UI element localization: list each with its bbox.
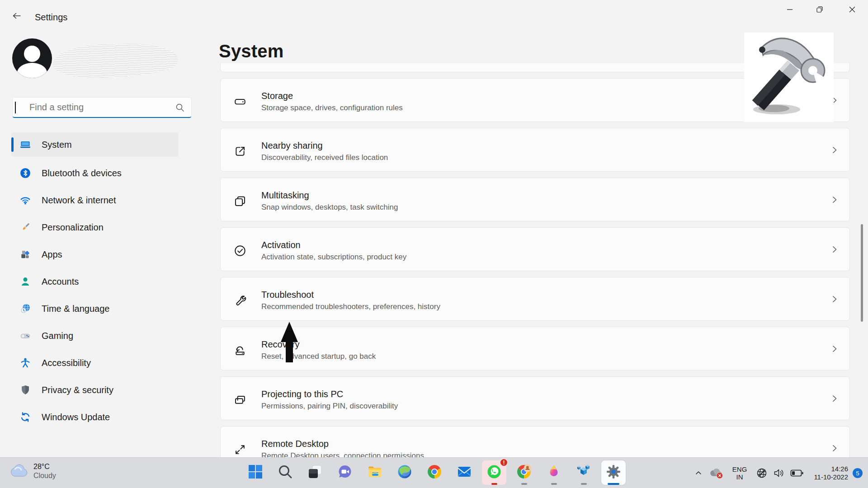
- taskbar-file-explorer-button[interactable]: [363, 460, 387, 485]
- card-title: Activation: [261, 240, 301, 250]
- taskbar-chrome-button[interactable]: [422, 460, 447, 485]
- sidebar-item-label: Accessibility: [42, 358, 91, 368]
- battery-icon[interactable]: [788, 469, 807, 478]
- region-code: IN: [732, 473, 747, 481]
- file-explorer-icon: [367, 464, 383, 482]
- back-arrow-icon: [11, 10, 22, 23]
- sidebar-item-bluetooth-devices[interactable]: Bluetooth & devices: [11, 161, 179, 185]
- close-button[interactable]: [839, 0, 865, 21]
- back-button[interactable]: [9, 9, 24, 24]
- card-multitasking[interactable]: MultitaskingSnap windows, desktops, task…: [220, 178, 850, 221]
- avatar-shoulders-shape: [17, 63, 47, 78]
- gamepad-icon: [19, 330, 31, 342]
- chrome-icon: [426, 464, 443, 482]
- chevron-right-icon: [830, 295, 839, 303]
- taskbar: 28°C Cloudy ! ENG IN 14:26 11-10-2022 5: [0, 457, 868, 488]
- sidebar-item-personalization[interactable]: Personalization: [11, 215, 179, 239]
- search-box[interactable]: [12, 97, 192, 118]
- taskbar-start-button[interactable]: [243, 460, 268, 485]
- person-icon: [19, 276, 31, 287]
- sidebar-item-privacy-security[interactable]: Privacy & security: [11, 378, 179, 402]
- globe-no-internet-icon[interactable]: [753, 467, 770, 479]
- card-title: Troubleshoot: [261, 290, 314, 300]
- notification-count-badge[interactable]: 5: [853, 468, 863, 478]
- paint-3d-running-indicator: [551, 483, 557, 485]
- taskbar-settings-button[interactable]: [601, 460, 626, 485]
- card-subtitle: Snap windows, desktops, task switching: [261, 203, 398, 212]
- chat-icon: [337, 464, 353, 482]
- taskbar-chat-button[interactable]: [333, 460, 357, 485]
- taskbar-search-button[interactable]: [273, 460, 297, 485]
- tray-time: 14:26: [814, 465, 848, 473]
- weather-widget[interactable]: 28°C Cloudy: [9, 462, 56, 480]
- chevron-right-icon: [830, 245, 839, 253]
- selected-accent-bar: [11, 137, 14, 152]
- weather-condition: Cloudy: [33, 471, 56, 480]
- sidebar-item-accessibility[interactable]: Accessibility: [11, 351, 179, 375]
- sidebar-item-accounts[interactable]: Accounts: [11, 269, 179, 294]
- taskbar-paint-3d-button[interactable]: [542, 460, 566, 485]
- whatsapp-running-indicator: [491, 483, 497, 485]
- search-input[interactable]: [29, 98, 179, 117]
- nearby-sharing-icon: [234, 145, 246, 158]
- sidebar-item-system[interactable]: System: [11, 132, 179, 157]
- card-projecting-to-this-pc[interactable]: Projecting to this PCPermissions, pairin…: [220, 376, 850, 420]
- shield-icon: [19, 384, 31, 396]
- sidebar-item-apps[interactable]: Apps: [11, 242, 179, 267]
- sidebar-item-gaming[interactable]: Gaming: [11, 324, 179, 348]
- page-title: System: [219, 41, 284, 61]
- taskbar-chrome-profile-button[interactable]: [512, 460, 536, 485]
- taskbar-task-view-button[interactable]: [303, 460, 327, 485]
- sidebar-item-windows-update[interactable]: Windows Update: [11, 405, 179, 429]
- card-recovery[interactable]: RecoveryReset, advanced startup, go back: [220, 327, 850, 371]
- sidebar-item-label: Gaming: [42, 331, 73, 341]
- speaker-icon[interactable]: [770, 467, 788, 479]
- card-subtitle: Activation state, subscriptions, product…: [261, 253, 406, 262]
- scrollbar-thumb[interactable]: [861, 224, 863, 322]
- card-title: Multitasking: [261, 190, 309, 201]
- card-troubleshoot[interactable]: TroubleshootRecommended troubleshooters,…: [220, 277, 850, 321]
- chevron-right-icon: [830, 394, 839, 403]
- redacted-username-scribble: [52, 42, 178, 80]
- chrome-profile-icon: [516, 464, 532, 482]
- apps-icon: [19, 249, 31, 260]
- taskbar-mail-button[interactable]: [452, 460, 476, 485]
- sidebar-item-label: Time & language: [42, 304, 109, 314]
- card-title: Projecting to this PC: [261, 389, 343, 399]
- close-icon: [849, 6, 856, 15]
- sidebar-item-label: Apps: [42, 249, 62, 260]
- troubleshoot-icon: [234, 294, 246, 307]
- user-avatar[interactable]: [12, 38, 52, 78]
- up-arrow-annotation: [278, 320, 301, 366]
- chevron-right-icon: [830, 444, 839, 452]
- card-title: Remote Desktop: [261, 439, 329, 449]
- chevron-right-icon: [830, 345, 839, 353]
- onedrive-error-icon[interactable]: [706, 467, 726, 479]
- minimize-button[interactable]: [777, 0, 803, 21]
- card-nearby-sharing[interactable]: Nearby sharingDiscoverability, received …: [220, 128, 850, 172]
- settings-gear-icon: [605, 464, 622, 482]
- brush-icon: [19, 221, 31, 233]
- language-indicator[interactable]: ENG IN: [732, 465, 747, 481]
- sidebar-item-time-language[interactable]: Time & language: [11, 296, 179, 321]
- taskbar-whatsapp-button[interactable]: !: [482, 460, 506, 485]
- chevron-up-icon[interactable]: [691, 469, 706, 477]
- sidebar-item-label: Privacy & security: [42, 385, 113, 395]
- taskbar-edge-button[interactable]: [392, 460, 417, 485]
- card-subtitle: Permissions, pairing PIN, discoverabilit…: [261, 402, 398, 411]
- maximize-button[interactable]: [807, 0, 833, 21]
- sidebar-item-network-internet[interactable]: Network & internet: [11, 188, 179, 212]
- update-icon: [19, 411, 31, 423]
- sidebar-item-label: System: [42, 140, 72, 150]
- clock[interactable]: 14:26 11-10-2022: [814, 465, 848, 481]
- sidebar-item-label: Windows Update: [42, 412, 110, 422]
- minimize-icon: [786, 6, 793, 15]
- taskbar-3d-builder-button[interactable]: [571, 460, 596, 485]
- 3d-builder-running-indicator: [581, 483, 587, 485]
- card-activation[interactable]: ActivationActivation state, subscription…: [220, 227, 850, 271]
- system-icon: [19, 139, 31, 150]
- globe-clock-icon: [19, 303, 31, 314]
- avatar-head-shape: [24, 46, 40, 62]
- mail-icon: [456, 464, 472, 482]
- projecting-icon: [234, 394, 246, 406]
